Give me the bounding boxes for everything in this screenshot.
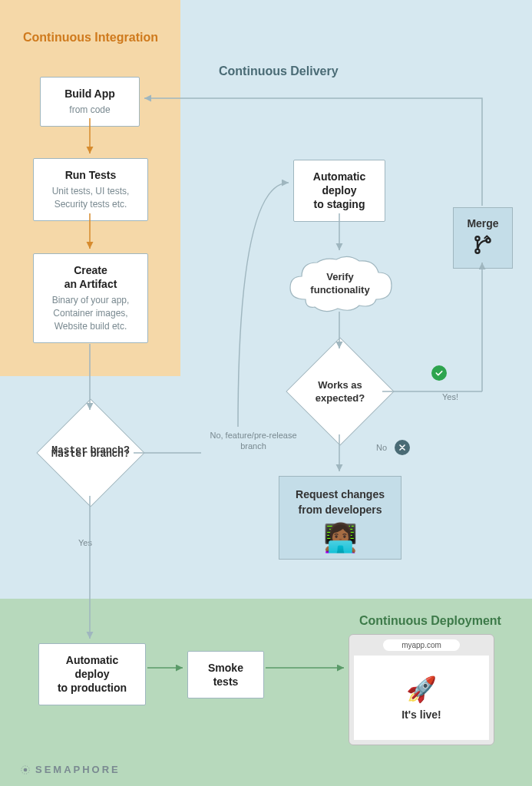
works-yes-label: Yes!	[442, 391, 458, 402]
cd-heading: Continuous Delivery	[219, 64, 339, 78]
git-merge-icon	[466, 234, 500, 259]
yes-label: Yes	[78, 537, 92, 548]
browser-url: myapp.com	[383, 639, 460, 651]
deployment-heading: Continuous Deployment	[359, 614, 501, 628]
semaphore-brand: SEMAPHORE	[20, 764, 121, 775]
developer-emoji-icon: 👩🏾‍💻	[287, 522, 393, 554]
run-tests-box: Run Tests Unit tests, UI tests, Security…	[33, 158, 148, 221]
its-live-text: It's live!	[401, 708, 441, 721]
merge-box: Merge	[453, 207, 513, 269]
auto-staging-box: Automatic deploy to staging	[293, 160, 385, 222]
artifact-sub: Binary of your app, Container images, We…	[45, 294, 137, 332]
rocket-icon: 🚀	[406, 675, 437, 704]
artifact-title: Create an Artifact	[45, 263, 137, 291]
master-branch-decision: Master Master branch?branch?	[36, 398, 144, 507]
merge-title: Merge	[466, 217, 500, 230]
auto-staging-title: Automatic deploy to staging	[305, 170, 374, 212]
smoke-tests-box: Smoke tests	[187, 651, 264, 698]
artifact-box: Create an Artifact Binary of your app, C…	[33, 253, 148, 343]
ci-heading: Continuous Integration	[23, 31, 158, 45]
no-branch-label: No, feature/pre-release branch	[207, 430, 299, 452]
smoke-tests-title: Smoke tests	[199, 661, 253, 689]
run-tests-sub: Unit tests, UI tests, Security tests etc…	[45, 185, 137, 211]
works-no-label: No	[376, 442, 387, 453]
request-changes-title: Request changes from developers	[287, 487, 393, 517]
verify-text: Verify functionality	[283, 253, 398, 315]
run-tests-title: Run Tests	[45, 168, 137, 182]
close-icon	[395, 440, 410, 455]
works-decision: Works as expected?	[286, 337, 394, 445]
build-app-box: Build App from code	[40, 77, 140, 127]
auto-prod-box: Automatic deploy to production	[38, 643, 146, 705]
request-changes-box: Request changes from developers 👩🏾‍💻	[279, 476, 401, 560]
verify-cloud: Verify functionality	[283, 253, 398, 315]
build-app-sub: from code	[51, 104, 128, 117]
svg-point-3	[24, 768, 28, 771]
auto-prod-title: Automatic deploy to production	[50, 653, 134, 695]
browser-mock: myapp.com 🚀 It's live!	[349, 634, 494, 745]
check-icon	[431, 365, 447, 381]
brand-icon	[20, 765, 31, 775]
build-app-title: Build App	[51, 87, 128, 101]
